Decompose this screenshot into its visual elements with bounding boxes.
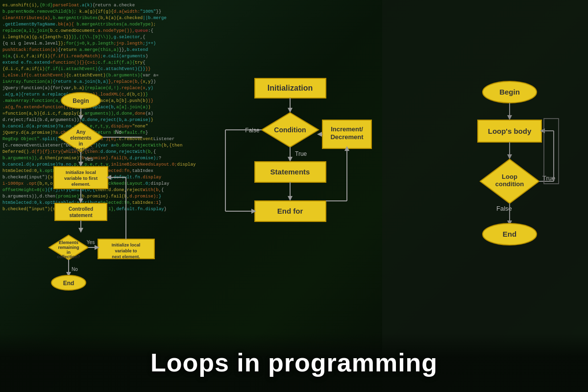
svg-marker-68 — [507, 115, 512, 120]
left-chart-svg: Begin Any elements in collection? Yes In… — [44, 91, 162, 296]
center-endfor-label: End for — [277, 207, 303, 215]
center-statements-label: Statements — [270, 168, 310, 176]
svg-text:remaining: remaining — [58, 245, 79, 250]
svg-text:Increment/: Increment/ — [331, 125, 363, 133]
svg-text:Elements: Elements — [59, 240, 78, 245]
svg-text:next element.: next element. — [112, 254, 140, 259]
svg-text:No: No — [115, 129, 122, 135]
svg-text:Initialize local: Initialize local — [66, 170, 96, 175]
svg-text:element.: element. — [72, 181, 91, 187]
left-decision1-label: Any — [76, 129, 86, 135]
svg-text:Yes: Yes — [87, 240, 95, 245]
svg-marker-71 — [507, 154, 512, 159]
page-title: Loops in programming — [0, 348, 588, 377]
svg-marker-15 — [78, 198, 83, 203]
right-chart-svg: Begin Loop's body Loop condition True Fa… — [453, 78, 566, 304]
svg-marker-65 — [317, 132, 322, 137]
right-end-label: End — [503, 230, 516, 238]
left-flowchart: Begin Any elements in collection? Yes In… — [44, 91, 162, 298]
svg-text:collection?: collection? — [57, 254, 80, 259]
svg-text:elements: elements — [70, 135, 92, 141]
svg-text:Yes: Yes — [84, 156, 93, 162]
svg-marker-2 — [78, 115, 83, 120]
svg-marker-20 — [78, 228, 83, 233]
center-flowchart: Initialization Condition True Statements… — [201, 74, 377, 286]
svg-text:variable to: variable to — [115, 248, 137, 253]
svg-text:Initialize local: Initialize local — [112, 243, 141, 247]
center-condition-label: Condition — [274, 126, 306, 134]
right-flowchart: Begin Loop's body Loop condition True Fa… — [453, 78, 566, 306]
svg-marker-47 — [288, 157, 293, 162]
center-init-label: Initialization — [268, 84, 313, 92]
right-begin-label: Begin — [499, 88, 520, 96]
svg-text:statement: statement — [69, 213, 93, 218]
svg-text:Decrement: Decrement — [330, 133, 364, 141]
svg-text:collection?: collection? — [68, 147, 94, 152]
right-loops-body-label: Loop's body — [488, 127, 532, 135]
svg-text:Loop: Loop — [502, 173, 517, 180]
svg-text:Controlled: Controlled — [69, 206, 93, 212]
svg-marker-8 — [78, 162, 83, 167]
left-begin-label: Begin — [73, 98, 89, 104]
svg-text:condition: condition — [495, 180, 524, 188]
svg-marker-44 — [288, 108, 293, 113]
svg-text:No: No — [72, 267, 78, 272]
svg-text:variable to first: variable to first — [64, 175, 98, 181]
svg-marker-51 — [288, 196, 293, 201]
center-chart-svg: Initialization Condition True Statements… — [201, 74, 377, 284]
left-end-label: End — [63, 280, 74, 287]
svg-text:in: in — [79, 141, 83, 147]
svg-text:True: True — [295, 150, 307, 157]
